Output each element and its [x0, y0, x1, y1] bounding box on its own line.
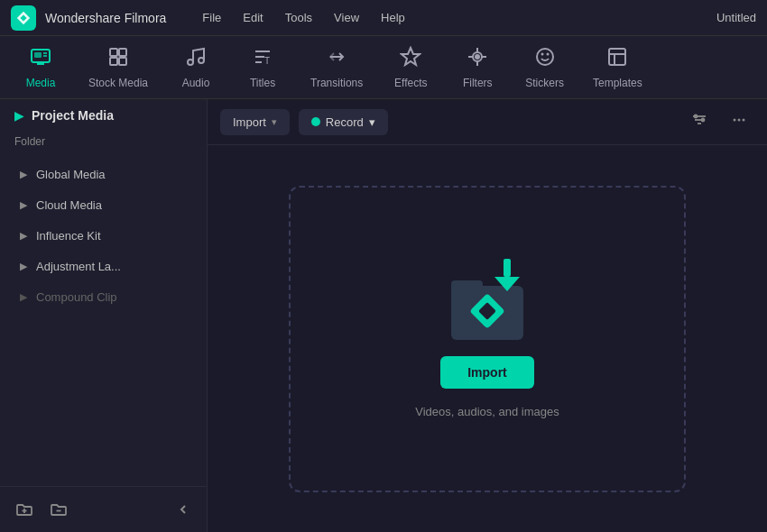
record-dropdown-arrow: ▾	[369, 115, 375, 129]
media-icon	[30, 46, 51, 73]
import-drop-box[interactable]: Import Videos, audios, and images	[289, 186, 686, 492]
sidebar-item-global-media-label: Global Media	[36, 168, 106, 181]
tab-filters[interactable]: Filters	[446, 39, 509, 96]
sidebar-item-compound-clip-label: Compound Clip	[36, 290, 117, 304]
import-button[interactable]: Import ▾	[220, 109, 290, 135]
effects-icon	[400, 46, 421, 73]
delete-folder-button[interactable]	[45, 496, 72, 523]
tab-stock-label: Stock Media	[88, 77, 148, 89]
svg-rect-7	[110, 49, 117, 56]
sidebar-collapse-button[interactable]	[171, 497, 196, 522]
svg-rect-10	[119, 58, 126, 65]
sidebar-item-cloud-media-label: Cloud Media	[36, 198, 102, 212]
svg-point-35	[734, 119, 736, 122]
sidebar-item-compound-clip[interactable]: ▶ Compound Clip	[5, 282, 201, 312]
sidebar-section-label: Folder	[0, 132, 207, 155]
svg-rect-38	[504, 259, 511, 277]
tab-bar: Media Stock Media Audio T	[0, 36, 767, 99]
tab-transitions[interactable]: Transitions	[298, 39, 375, 96]
sidebar-header-icon: ▶	[14, 108, 24, 123]
tab-stock-media[interactable]: Stock Media	[76, 39, 161, 96]
tab-templates-label: Templates	[593, 77, 642, 89]
tab-effects[interactable]: Effects	[379, 39, 442, 96]
svg-point-21	[537, 49, 553, 65]
svg-rect-3	[34, 52, 42, 58]
filmora-diamond-icon	[469, 293, 505, 329]
menu-edit[interactable]: Edit	[234, 7, 272, 28]
tab-titles-label: Titles	[250, 77, 275, 89]
menu-view[interactable]: View	[325, 7, 368, 28]
app-logo	[11, 5, 36, 31]
tab-templates[interactable]: Templates	[580, 39, 655, 96]
svg-marker-39	[494, 277, 520, 291]
tab-media-label: Media	[26, 77, 56, 89]
svg-marker-14	[402, 48, 420, 65]
tab-stickers[interactable]: Stickers	[513, 39, 577, 96]
folder-logo	[475, 298, 500, 324]
stock-media-icon	[107, 46, 129, 73]
sidebar-item-global-media[interactable]: ▶ Global Media	[5, 160, 201, 189]
sidebar-item-adjustment-layer[interactable]: ▶ Adjustment La...	[5, 252, 201, 281]
svg-point-12	[199, 58, 204, 63]
app-name: Wondershare Filmora	[45, 11, 166, 25]
tab-stickers-label: Stickers	[525, 77, 564, 89]
main-content: ▶ Project Media Folder ▶ Global Media ▶ …	[0, 99, 767, 532]
arrow-icon: ▶	[20, 291, 27, 303]
svg-point-37	[743, 119, 745, 122]
svg-rect-24	[609, 49, 625, 65]
content-toolbar: Import ▾ Record ▾	[208, 99, 767, 145]
import-illustration	[442, 259, 532, 340]
record-button[interactable]: Record ▾	[299, 109, 388, 135]
filter-settings-button[interactable]	[684, 108, 715, 135]
svg-rect-9	[110, 58, 117, 65]
tab-titles[interactable]: T Titles	[231, 39, 294, 96]
tab-filters-label: Filters	[463, 77, 493, 89]
add-folder-button[interactable]	[11, 496, 38, 523]
templates-icon	[606, 46, 628, 73]
audio-icon	[185, 46, 207, 73]
arrow-icon: ▶	[20, 199, 27, 211]
svg-point-33	[695, 115, 698, 118]
stickers-icon	[534, 46, 556, 73]
arrow-icon: ▶	[20, 230, 27, 242]
menu-file[interactable]: File	[193, 7, 230, 28]
tab-media[interactable]: Media	[9, 39, 72, 96]
more-options-button[interactable]	[724, 108, 754, 135]
menu-tools[interactable]: Tools	[276, 7, 321, 28]
sidebar-item-influence-kit-label: Influence Kit	[36, 229, 101, 243]
sidebar-item-adjustment-label: Adjustment La...	[36, 260, 121, 273]
svg-point-34	[702, 119, 705, 122]
sidebar-header: ▶ Project Media	[0, 99, 207, 132]
menu-bar: File Edit Tools View Help	[193, 7, 716, 28]
title-bar: Wondershare Filmora File Edit Tools View…	[0, 0, 767, 36]
record-dot-icon	[311, 117, 320, 126]
sidebar-item-cloud-media[interactable]: ▶ Cloud Media	[5, 190, 201, 220]
menu-help[interactable]: Help	[372, 7, 414, 28]
import-label: Import	[233, 115, 266, 129]
svg-point-16	[476, 55, 479, 59]
record-label: Record	[326, 115, 364, 129]
svg-point-11	[188, 60, 193, 65]
download-arrow-icon	[494, 259, 520, 295]
sidebar-header-title: Project Media	[32, 108, 114, 123]
sidebar-item-influence-kit[interactable]: ▶ Influence Kit	[5, 221, 201, 251]
svg-point-36	[738, 119, 741, 122]
tab-effects-label: Effects	[394, 77, 427, 89]
arrow-icon: ▶	[20, 169, 27, 180]
sidebar-footer	[0, 486, 207, 532]
import-center-button[interactable]: Import	[440, 356, 534, 389]
filmora-diamond-inner	[478, 302, 496, 320]
titles-icon: T	[252, 46, 273, 73]
window-title: Untitled	[716, 11, 756, 24]
sidebar-list: ▶ Global Media ▶ Cloud Media ▶ Influence…	[0, 155, 207, 486]
arrow-icon: ▶	[20, 261, 27, 272]
svg-rect-8	[119, 49, 126, 56]
tab-audio-label: Audio	[182, 77, 210, 89]
tab-audio[interactable]: Audio	[164, 39, 227, 96]
sidebar: ▶ Project Media Folder ▶ Global Media ▶ …	[0, 99, 208, 532]
transitions-icon	[326, 46, 347, 73]
tab-transitions-label: Transitions	[310, 77, 363, 89]
content-area: Import ▾ Record ▾	[208, 99, 767, 532]
filters-icon	[467, 46, 488, 73]
import-hint-text: Videos, audios, and images	[415, 405, 559, 418]
